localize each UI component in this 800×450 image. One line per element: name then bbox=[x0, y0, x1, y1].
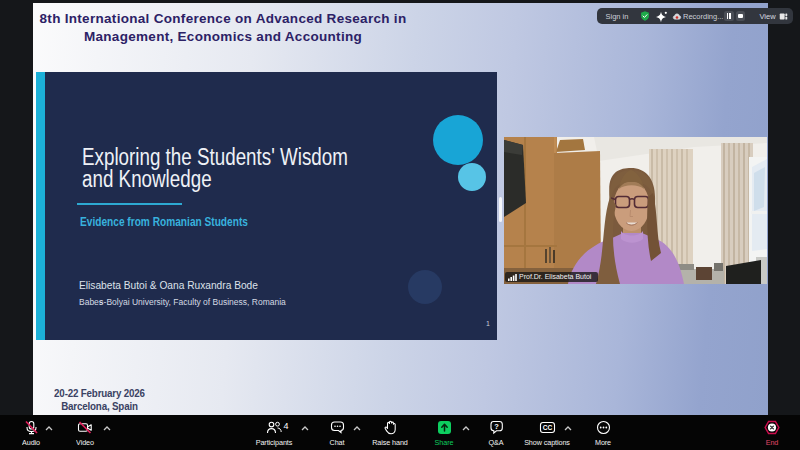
svg-text:?: ? bbox=[494, 422, 499, 431]
svg-text:CC: CC bbox=[542, 424, 552, 431]
